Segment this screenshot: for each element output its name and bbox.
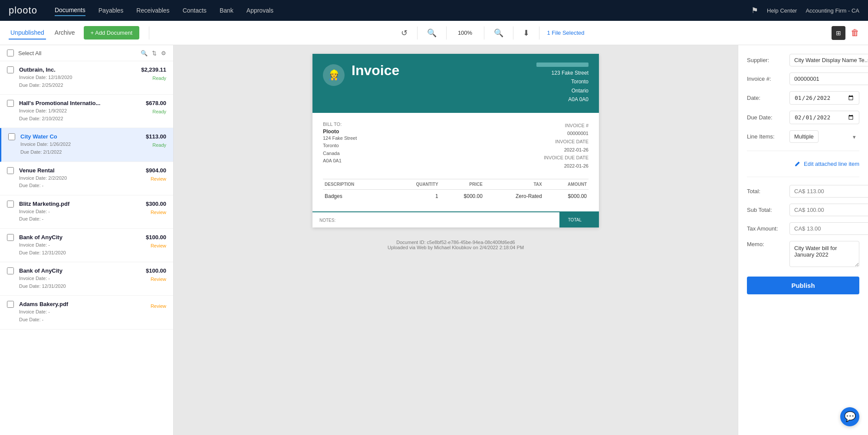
total-row: Total: CAD bbox=[747, 185, 859, 198]
row-tax: Zero-Rated bbox=[484, 189, 544, 203]
tab-unpublished[interactable]: Unpublished bbox=[9, 26, 46, 40]
supplier-row: Supplier: City Water Display Name Te... bbox=[747, 54, 859, 66]
invoice-address: 123 Fake Street Toronto Ontario A0A 0A0 bbox=[536, 63, 589, 104]
toolbar-right: ⊞ 🗑 bbox=[832, 26, 859, 40]
list-item[interactable]: Bank of AnyCity Invoice Date: -Due Date:… bbox=[0, 229, 173, 262]
item-checkbox[interactable] bbox=[7, 267, 14, 274]
item-content: City Water Co Invoice Date: 1/26/2022Due… bbox=[20, 133, 141, 156]
nav-documents[interactable]: Documents bbox=[55, 5, 85, 16]
tab-archive[interactable]: Archive bbox=[53, 26, 77, 40]
separator-1 bbox=[149, 26, 149, 40]
sort-icon[interactable]: ⇅ bbox=[152, 50, 157, 56]
item-checkbox[interactable] bbox=[7, 301, 14, 308]
grid-view-button[interactable]: ⊞ bbox=[832, 26, 845, 40]
item-amount: $678.00 bbox=[146, 100, 166, 106]
list-header-icons: 🔍 ⇅ ⚙ bbox=[141, 50, 166, 56]
firm-name[interactable]: Accounting Firm - CA bbox=[806, 7, 859, 14]
zoom-in-button[interactable]: 🔍 bbox=[492, 26, 505, 40]
refresh-button[interactable]: ↺ bbox=[399, 26, 409, 40]
list-item[interactable]: Outbrain, Inc. Invoice Date: 12/18/2020D… bbox=[0, 61, 173, 95]
toolbar-center: ↺ 🔍 100% 🔍 ⬇ 1 File Selected bbox=[159, 26, 825, 40]
item-content: Bank of AnyCity Invoice Date: -Due Date:… bbox=[19, 234, 141, 257]
item-right: Review bbox=[151, 301, 166, 309]
item-checkbox[interactable] bbox=[7, 66, 14, 73]
item-checkbox[interactable] bbox=[7, 100, 14, 107]
invoice-num-input[interactable] bbox=[789, 72, 868, 85]
item-checkbox[interactable] bbox=[7, 234, 14, 241]
subtotal-input[interactable] bbox=[789, 204, 868, 216]
item-checkbox[interactable] bbox=[7, 167, 14, 174]
invoice-num-label: INVOICE # bbox=[565, 123, 589, 128]
separator-4 bbox=[484, 26, 484, 40]
supplier-name-blurred bbox=[536, 63, 589, 67]
nav-approvals[interactable]: Approvals bbox=[247, 5, 273, 16]
line-items-select-wrapper: Multiple bbox=[789, 130, 859, 143]
invoice-numbers: INVOICE # 00000001 INVOICE DATE 2022-01-… bbox=[544, 122, 589, 170]
item-checkbox[interactable] bbox=[8, 133, 15, 140]
date-input[interactable] bbox=[789, 91, 859, 105]
table-row: Badges 1 $000.00 Zero-Rated $000.00 bbox=[323, 189, 589, 203]
nav-receivables[interactable]: Receivables bbox=[136, 5, 169, 16]
bill-to-address: 124 Fake Street Toronto Canada A0A 0A1 bbox=[323, 135, 357, 165]
list-item[interactable]: Bank of AnyCity Invoice Date: -Due Date:… bbox=[0, 262, 173, 296]
help-center-link[interactable]: Help Center bbox=[767, 7, 797, 14]
invoice-meta: BILL TO: Plooto 124 Fake Street Toronto … bbox=[323, 122, 589, 170]
item-date: Invoice Date: 1/26/2022Due Date: 2/1/202… bbox=[20, 141, 141, 156]
list-item-selected[interactable]: City Water Co Invoice Date: 1/26/2022Due… bbox=[0, 128, 173, 161]
right-panel: Supplier: City Water Display Name Te... … bbox=[738, 45, 868, 435]
divider-2 bbox=[747, 177, 859, 177]
item-content: Blitz Marketing.pdf Invoice Date: -Due D… bbox=[19, 201, 141, 223]
item-right: $904.00 Review bbox=[146, 167, 166, 181]
delete-button[interactable]: 🗑 bbox=[851, 28, 859, 38]
nav-bank[interactable]: Bank bbox=[220, 5, 233, 16]
item-right: $678.00 Ready bbox=[146, 100, 166, 114]
filter-icon[interactable]: ⚙ bbox=[161, 50, 166, 56]
item-date: Invoice Date: -Due Date: 12/31/2020 bbox=[19, 241, 141, 257]
center-panel: 👷 Invoice 123 Fake Street Toronto Ontari… bbox=[174, 45, 738, 435]
item-checkbox[interactable] bbox=[7, 201, 14, 208]
item-date: Invoice Date: 1/9/2022Due Date: 2/10/202… bbox=[19, 107, 141, 122]
total-input[interactable] bbox=[789, 185, 868, 198]
list-item[interactable]: Hall's Promotional Internatio... Invoice… bbox=[0, 95, 173, 128]
tax-input[interactable] bbox=[789, 222, 868, 235]
item-name: Outbrain, Inc. bbox=[19, 66, 136, 73]
invoice-table: DESCRIPTION QUANTITY PRICE TAX AMOUNT Ba… bbox=[323, 179, 589, 203]
status-badge: Ready bbox=[152, 76, 166, 81]
item-amount: $300.00 bbox=[146, 201, 166, 207]
divider bbox=[747, 151, 859, 151]
supplier-select[interactable]: City Water Display Name Te... bbox=[789, 54, 868, 66]
list-item[interactable]: Venue Rental Invoice Date: 2/2/2020Due D… bbox=[0, 162, 173, 195]
item-amount: $100.00 bbox=[146, 267, 166, 274]
select-all-checkbox[interactable] bbox=[7, 49, 14, 56]
notes-label: NOTES: bbox=[319, 218, 335, 223]
invoice-due-label: INVOICE DUE DATE bbox=[544, 155, 589, 160]
add-document-button[interactable]: + Add Document bbox=[84, 26, 139, 40]
invoice-person-icon: 👷 bbox=[323, 64, 345, 86]
list-item[interactable]: Blitz Marketing.pdf Invoice Date: -Due D… bbox=[0, 195, 173, 229]
download-button[interactable]: ⬇ bbox=[521, 26, 531, 40]
memo-row: Memo: City Water bill for January 2022 bbox=[747, 241, 859, 267]
item-right: $113.00 Ready bbox=[146, 133, 166, 148]
search-icon[interactable]: 🔍 bbox=[141, 50, 148, 56]
row-price: $000.00 bbox=[440, 189, 484, 203]
invoice-notes: NOTES: bbox=[312, 212, 559, 227]
flag-icon: ⚑ bbox=[751, 6, 758, 15]
item-content: Adams Bakery.pdf Invoice Date: -Due Date… bbox=[19, 301, 145, 323]
chat-button[interactable]: 💬 bbox=[840, 407, 859, 426]
edit-line-item-button[interactable]: Edit attached line item bbox=[794, 159, 859, 169]
nav-contacts[interactable]: Contacts bbox=[183, 5, 207, 16]
tax-row: Tax Amount: bbox=[747, 222, 859, 235]
zoom-out-button[interactable]: 🔍 bbox=[425, 26, 438, 40]
item-date: Invoice Date: 12/18/2020Due Date: 2/25/2… bbox=[19, 74, 136, 89]
item-name: City Water Co bbox=[20, 133, 141, 140]
total-label: TOTAL bbox=[568, 218, 582, 222]
bill-to-label: BILL TO: bbox=[323, 122, 357, 127]
memo-textarea[interactable]: City Water bill for January 2022 bbox=[789, 241, 859, 267]
item-name: Adams Bakery.pdf bbox=[19, 301, 145, 307]
top-nav: plooto Documents Payables Receivables Co… bbox=[0, 0, 868, 21]
due-date-input[interactable] bbox=[789, 111, 859, 124]
publish-button[interactable]: Publish bbox=[747, 277, 859, 294]
nav-payables[interactable]: Payables bbox=[99, 5, 124, 16]
line-items-select[interactable]: Multiple bbox=[789, 130, 819, 143]
list-item[interactable]: Adams Bakery.pdf Invoice Date: -Due Date… bbox=[0, 296, 173, 329]
